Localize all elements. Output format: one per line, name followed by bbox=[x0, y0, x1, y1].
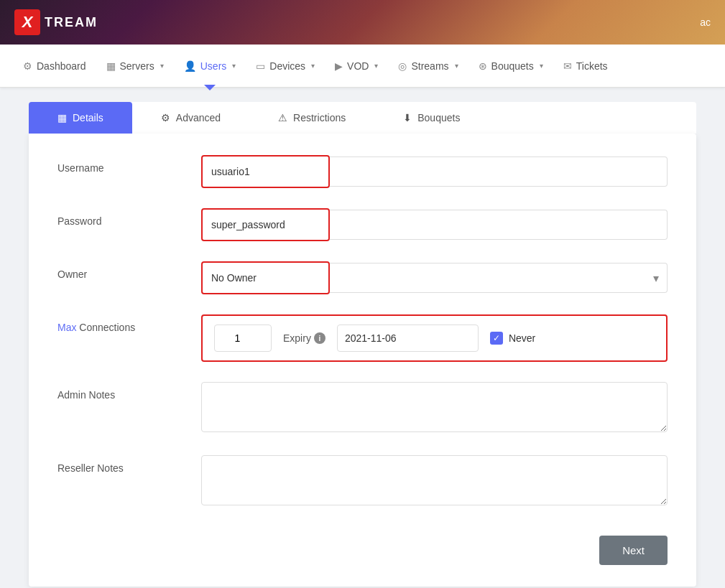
nav-devices-label: Devices bbox=[269, 60, 305, 72]
nav-users[interactable]: 👤 Users ▾ bbox=[175, 55, 245, 78]
expiry-label: Expiry i bbox=[283, 332, 325, 344]
password-row: Password bbox=[57, 208, 668, 241]
reseller-notes-row: Reseller Notes bbox=[57, 455, 668, 508]
nav-users-label: Users bbox=[200, 60, 227, 72]
nav-tickets-label: Tickets bbox=[576, 60, 608, 72]
logo-x-icon: X bbox=[14, 9, 40, 35]
max-connections-label: Max Connections bbox=[57, 314, 201, 333]
max-connections-input[interactable] bbox=[214, 325, 272, 352]
servers-icon: ▦ bbox=[106, 60, 116, 72]
dashboard-icon: ⚙ bbox=[23, 60, 32, 72]
admin-notes-field bbox=[201, 382, 668, 435]
users-chevron-icon: ▾ bbox=[232, 62, 236, 70]
restrictions-tab-icon: ⚠ bbox=[278, 112, 287, 123]
streams-chevron-icon: ▾ bbox=[455, 62, 458, 70]
admin-notes-textarea[interactable] bbox=[201, 382, 668, 432]
tab-advanced-label: Advanced bbox=[176, 112, 221, 123]
tab-details[interactable]: ▦ Details bbox=[29, 102, 132, 134]
tickets-icon: ✉ bbox=[563, 60, 572, 72]
devices-chevron-icon: ▾ bbox=[311, 62, 315, 70]
tab-bouquets-label: Bouquets bbox=[417, 112, 460, 123]
username-row: Username bbox=[57, 155, 668, 188]
servers-chevron-icon: ▾ bbox=[160, 62, 164, 70]
username-input[interactable] bbox=[203, 157, 328, 187]
password-label: Password bbox=[57, 208, 201, 227]
username-highlight bbox=[201, 155, 330, 188]
reseller-notes-textarea[interactable] bbox=[201, 455, 668, 505]
max-label-blue: Max bbox=[57, 322, 76, 333]
nav-streams-label: Streams bbox=[411, 60, 448, 72]
nav-servers[interactable]: ▦ Servers ▾ bbox=[98, 55, 172, 78]
next-button[interactable]: Next bbox=[599, 536, 668, 565]
header: X TREAM ac bbox=[0, 0, 725, 45]
nav-bouquets-label: Bouquets bbox=[491, 60, 534, 72]
form-container: Username Password bbox=[29, 134, 696, 587]
connections-label: Connections bbox=[79, 322, 135, 333]
never-label: Never bbox=[509, 332, 535, 344]
tab-details-label: Details bbox=[73, 112, 103, 123]
vod-icon: ▶ bbox=[335, 60, 343, 72]
username-field bbox=[201, 155, 668, 188]
footer-actions: Next bbox=[57, 528, 668, 565]
tab-advanced[interactable]: ⚙ Advanced bbox=[132, 102, 249, 134]
nav-vod-label: VOD bbox=[347, 60, 369, 72]
nav-devices[interactable]: ▭ Devices ▾ bbox=[247, 55, 323, 78]
reseller-notes-field bbox=[201, 455, 668, 508]
nav-tickets[interactable]: ✉ Tickets bbox=[555, 55, 617, 78]
logo[interactable]: X TREAM bbox=[14, 9, 98, 35]
max-connections-row: Max Connections Expiry i ✓ Never bbox=[57, 314, 668, 362]
navbar: ⚙ Dashboard ▦ Servers ▾ 👤 Users ▾ ▭ Devi… bbox=[0, 45, 725, 88]
bouquets-tab-icon: ⬇ bbox=[403, 112, 412, 123]
advanced-tab-icon: ⚙ bbox=[161, 112, 170, 123]
owner-select-full[interactable] bbox=[330, 263, 668, 293]
streams-icon: ◎ bbox=[398, 60, 407, 72]
nav-servers-label: Servers bbox=[120, 60, 154, 72]
never-checkbox-icon: ✓ bbox=[490, 332, 503, 345]
owner-label: Owner bbox=[57, 261, 201, 280]
owner-row: Owner No Owner ▾ bbox=[57, 261, 668, 294]
bouquets-chevron-icon: ▾ bbox=[540, 62, 543, 70]
password-input[interactable] bbox=[203, 210, 328, 240]
nav-bouquets[interactable]: ⊛ Bouquets ▾ bbox=[470, 55, 552, 78]
logo-tream: TREAM bbox=[45, 15, 98, 30]
reseller-notes-label: Reseller Notes bbox=[57, 455, 201, 474]
nav-vod[interactable]: ▶ VOD ▾ bbox=[326, 55, 387, 78]
connections-field: Expiry i ✓ Never bbox=[201, 314, 668, 362]
password-highlight bbox=[201, 208, 330, 241]
password-field bbox=[201, 208, 668, 241]
main-content: ▦ Details ⚙ Advanced ⚠ Restrictions ⬇ Bo… bbox=[0, 88, 725, 588]
nav-streams[interactable]: ◎ Streams ▾ bbox=[389, 55, 466, 78]
tab-bouquets[interactable]: ⬇ Bouquets bbox=[374, 102, 489, 134]
vod-chevron-icon: ▾ bbox=[374, 62, 378, 70]
owner-field: No Owner ▾ bbox=[201, 261, 668, 294]
nav-dashboard[interactable]: ⚙ Dashboard bbox=[14, 55, 95, 78]
header-user: ac bbox=[700, 17, 711, 28]
tabs: ▦ Details ⚙ Advanced ⚠ Restrictions ⬇ Bo… bbox=[29, 102, 696, 134]
expiry-info-icon[interactable]: i bbox=[314, 332, 325, 344]
expiry-date-input[interactable] bbox=[337, 325, 479, 352]
nav-dashboard-label: Dashboard bbox=[37, 60, 86, 72]
tab-restrictions[interactable]: ⚠ Restrictions bbox=[249, 102, 374, 134]
owner-select[interactable]: No Owner bbox=[203, 263, 328, 293]
bouquets-icon: ⊛ bbox=[479, 60, 487, 72]
username-label: Username bbox=[57, 155, 201, 174]
username-input-full[interactable] bbox=[330, 157, 668, 187]
admin-notes-label: Admin Notes bbox=[57, 382, 201, 401]
never-checkbox[interactable]: ✓ Never bbox=[490, 332, 535, 345]
devices-icon: ▭ bbox=[256, 60, 265, 72]
users-icon: 👤 bbox=[184, 60, 196, 72]
connections-group: Expiry i ✓ Never bbox=[201, 314, 668, 362]
admin-notes-row: Admin Notes bbox=[57, 382, 668, 435]
details-tab-icon: ▦ bbox=[57, 112, 67, 123]
password-input-full[interactable] bbox=[330, 210, 668, 240]
tab-restrictions-label: Restrictions bbox=[293, 112, 346, 123]
expiry-label-text: Expiry bbox=[283, 332, 311, 344]
